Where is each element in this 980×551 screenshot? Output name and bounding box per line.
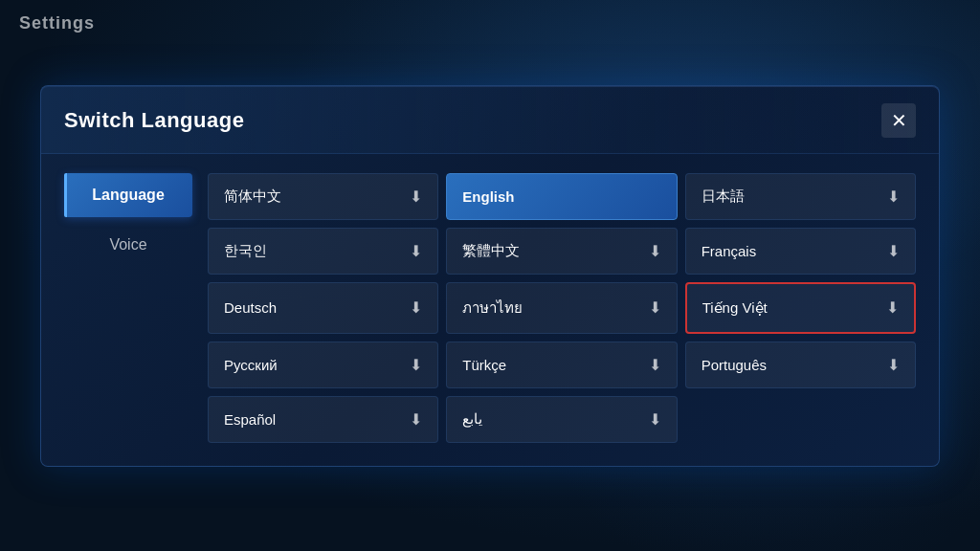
- lang-item-japanese[interactable]: 日本語⬇: [685, 173, 916, 220]
- lang-name-traditional-chinese: 繁體中文: [462, 242, 520, 260]
- lang-item-french[interactable]: Français⬇: [685, 228, 916, 275]
- lang-item-german[interactable]: Deutsch⬇: [208, 282, 438, 334]
- lang-name-simplified-chinese: 简体中文: [224, 187, 281, 206]
- modal-title: Switch Language: [64, 108, 244, 133]
- lang-name-japanese: 日本語: [702, 187, 745, 206]
- download-icon[interactable]: ⬇: [887, 356, 900, 374]
- lang-name-russian: Русский: [224, 357, 278, 373]
- download-icon[interactable]: ⬇: [886, 298, 899, 317]
- lang-name-portuguese: Português: [702, 357, 767, 373]
- lang-item-empty: [685, 396, 916, 443]
- download-icon[interactable]: ⬇: [410, 242, 422, 260]
- sidebar-item-voice[interactable]: Voice: [64, 223, 192, 267]
- lang-item-thai[interactable]: ภาษาไทย⬇: [446, 282, 677, 334]
- lang-name-english: English: [462, 188, 514, 205]
- download-icon[interactable]: ⬇: [887, 187, 900, 206]
- download-icon[interactable]: ⬇: [649, 410, 661, 429]
- lang-item-turkish[interactable]: Türkçe⬇: [446, 342, 677, 388]
- lang-name-french: Français: [702, 243, 757, 259]
- close-button[interactable]: ✕: [881, 103, 916, 138]
- lang-item-simplified-chinese[interactable]: 简体中文⬇: [208, 173, 438, 220]
- sidebar-item-language[interactable]: Language: [64, 173, 192, 217]
- lang-item-vietnamese[interactable]: Tiếng Việt⬇: [685, 282, 916, 334]
- lang-item-korean[interactable]: 한국인⬇: [208, 228, 438, 275]
- download-icon[interactable]: ⬇: [649, 356, 661, 374]
- lang-name-spanish: Español: [224, 411, 276, 428]
- lang-item-russian[interactable]: Русский⬇: [208, 342, 438, 388]
- switch-language-modal: Switch Language ✕ Language Voice 简体中文⬇En…: [40, 85, 940, 467]
- download-icon[interactable]: ⬇: [887, 242, 900, 260]
- language-grid: 简体中文⬇English日本語⬇한국인⬇繁體中文⬇Français⬇Deutsc…: [208, 173, 916, 443]
- lang-item-arabic[interactable]: يابع⬇: [446, 396, 677, 443]
- download-icon[interactable]: ⬇: [410, 410, 422, 429]
- lang-item-spanish[interactable]: Español⬇: [208, 396, 438, 443]
- lang-name-thai: ภาษาไทย: [462, 297, 523, 320]
- download-icon[interactable]: ⬇: [410, 298, 422, 317]
- lang-name-turkish: Türkçe: [462, 357, 506, 373]
- lang-name-vietnamese: Tiếng Việt: [702, 299, 768, 317]
- settings-background-label: Settings: [19, 13, 95, 33]
- lang-name-german: Deutsch: [224, 299, 277, 316]
- download-icon[interactable]: ⬇: [410, 187, 422, 206]
- modal-body: Language Voice 简体中文⬇English日本語⬇한국인⬇繁體中文⬇…: [41, 154, 939, 466]
- modal-header: Switch Language ✕: [41, 86, 939, 154]
- lang-item-portuguese[interactable]: Português⬇: [685, 342, 916, 388]
- lang-name-korean: 한국인: [224, 242, 267, 260]
- download-icon[interactable]: ⬇: [649, 298, 661, 317]
- lang-item-english[interactable]: English: [446, 173, 677, 220]
- sidebar: Language Voice: [64, 173, 208, 443]
- lang-item-traditional-chinese[interactable]: 繁體中文⬇: [446, 228, 677, 275]
- lang-name-arabic: يابع: [462, 410, 482, 428]
- download-icon[interactable]: ⬇: [410, 356, 422, 374]
- download-icon[interactable]: ⬇: [649, 242, 661, 260]
